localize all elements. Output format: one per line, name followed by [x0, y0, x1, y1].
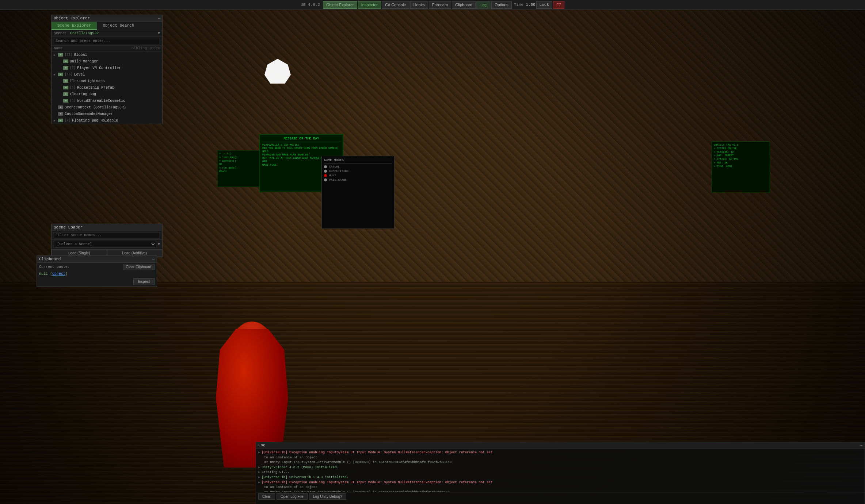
svg-marker-0	[264, 59, 291, 84]
log-btn[interactable]: Log	[476, 1, 491, 9]
tree-name-level: Level	[74, 73, 85, 77]
tree-arrow-floating-bug-holdable: ▶	[54, 119, 58, 122]
tree-count-level: [15]	[65, 73, 73, 76]
tree-item-scene-context[interactable]: ■ SceneContext (GorillaTagSJR)	[52, 104, 162, 111]
gem-shape	[263, 57, 292, 86]
time-value: 1.00	[526, 3, 535, 7]
tree-item-level[interactable]: ▶ ■ [15] Level	[52, 71, 162, 78]
tree-icon-iltrace: ■	[63, 79, 68, 83]
log-text-8: at Unity.Input.InputSystem.ActivateModul…	[264, 490, 450, 492]
mode-competitive: COMPETITION	[324, 169, 392, 173]
log-unity-debug-btn[interactable]: Log Unity Debug?	[309, 493, 346, 500]
tree-name-rocketship: RocketShip_Prefab	[77, 86, 114, 90]
screen-right-text: GORILLA TAG v2.1 > SYSTEM ONLINE > PLAYE…	[714, 143, 768, 169]
log-buttons: Clear Open Log File Log Unity Debug?	[256, 492, 865, 501]
log-bullet-5: ▶	[258, 475, 260, 480]
hooks-btn[interactable]: Hooks	[410, 1, 428, 9]
tree-count-world-shareable: [1]	[70, 99, 76, 103]
inspector-btn[interactable]: Inspector	[358, 1, 381, 9]
csharp-console-btn[interactable]: C# Console	[382, 1, 409, 9]
tree-item-floating-bug[interactable]: ■ Floating Bug	[52, 91, 162, 97]
tree-name-scene-context: SceneContext (GorillaTagSJR)	[65, 105, 126, 109]
tree-icon-floating-bug: ■	[63, 92, 68, 96]
log-entry-7: to an instance of an object	[258, 485, 862, 490]
log-bullet-6: ▶	[258, 480, 260, 485]
search-input[interactable]	[54, 38, 160, 44]
tree-item-floating-bug-holdable[interactable]: ▶ ■ [2] Floating Bug Holdable	[52, 117, 162, 124]
object-explorer-title: Object Explorer	[54, 16, 90, 20]
search-row	[52, 37, 162, 46]
mode-casual: CASUAL	[324, 165, 392, 168]
tree-item-world-shareable[interactable]: ■ [1] WorldShareableCosmetic	[52, 97, 162, 104]
tree-item-global[interactable]: ▶ ■ [21] Global	[52, 51, 162, 58]
clipboard-clear-btn[interactable]: Clear Clipboard	[123, 264, 155, 270]
log-bullet-0: ▶	[258, 450, 260, 455]
tree-icon-floating-bug-holdable: ■	[58, 119, 63, 122]
clipboard-paste-label: Current paste:	[39, 265, 121, 269]
object-explorer-panel: Object Explorer — Scene Explorer Object …	[51, 15, 163, 124]
log-clear-btn[interactable]: Clear	[258, 493, 275, 500]
clipboard-panel: Clipboard — Current paste: Clear Clipboa…	[37, 255, 157, 287]
tree-list: ▶ ■ [21] Global ■ Build Manager ■ [7] Pl…	[52, 51, 162, 124]
tree-count-floating-bug-holdable: [2]	[65, 119, 71, 122]
tree-name-iltrace: IltraceLightmaps	[70, 79, 105, 83]
log-text-2: at Unity.Input.InputSystem.ActivateModul…	[264, 460, 451, 465]
clipboard-inspect-btn[interactable]: Inspect	[133, 278, 155, 285]
tree-name-floating-bug-holdable: Floating Bug Holdable	[72, 119, 118, 123]
screen-game-modes-title: GAME MODES	[324, 158, 392, 163]
tree-header-sibling: Sibling Index	[132, 46, 160, 50]
freecam-btn[interactable]: Freecam	[429, 1, 451, 9]
log-text-1: to an instance of an object	[264, 455, 317, 460]
object-explorer-titlebar: Object Explorer —	[52, 15, 162, 22]
scene-label: Scene:	[54, 31, 70, 35]
tree-item-custom-game-modes[interactable]: ■ CustomGamemodesManager	[52, 111, 162, 117]
log-open-btn[interactable]: Open Log File	[277, 493, 308, 500]
tree-name-floating-bug: Floating Bug	[70, 92, 96, 96]
object-explorer-close-btn[interactable]: —	[158, 16, 160, 20]
mode-paintbrawl: PAINTBRAWL	[324, 178, 392, 181]
object-explorer-btn[interactable]: Object Explorer	[323, 1, 357, 9]
clipboard-paste-row: Current paste: Clear Clipboard	[37, 263, 157, 271]
tree-name-world-shareable: WorldShareableCosmetic	[77, 99, 125, 103]
clipboard-close-btn[interactable]: —	[152, 257, 155, 261]
clipboard-value: null (object)	[37, 271, 157, 277]
log-entry-4: ▶ Creating UI...	[258, 470, 862, 475]
scene-select[interactable]: [Select a scene]	[54, 241, 156, 248]
scene-filter-input[interactable]	[54, 232, 160, 238]
clipboard-title: Clipboard	[39, 257, 61, 261]
tree-icon-rocketship: ■	[63, 86, 68, 89]
screen-code-text: > init() > load_map() > connect() OK > r…	[219, 152, 263, 174]
log-text-7: to an instance of an object	[264, 485, 317, 490]
tree-icon-level: ■	[58, 73, 63, 76]
scene-loader-title: Scene Loader	[52, 224, 162, 231]
tree-icon-global: ■	[58, 53, 63, 57]
clipboard-object-link[interactable]: object	[52, 272, 65, 276]
scene-dropdown-btn[interactable]: ▼	[158, 31, 160, 35]
clipboard-btn[interactable]: Clipboard	[452, 1, 476, 9]
tree-item-iltrace[interactable]: ■ IltraceLightmaps	[52, 78, 162, 84]
log-titlebar: Log —	[256, 442, 865, 449]
tree-item-rocketship[interactable]: ■ [1] RocketShip_Prefab	[52, 84, 162, 91]
tree-item-build-manager[interactable]: ■ Build Manager	[52, 58, 162, 65]
tree-count-rocketship: [1]	[70, 86, 76, 89]
tree-item-player-vr[interactable]: ■ [7] Player VR Controller	[52, 65, 162, 71]
screen-right: GORILLA TAG v2.1 > SYSTEM ONLINE > PLAYE…	[712, 141, 770, 192]
tab-object-search[interactable]: Object Search	[97, 22, 140, 30]
tree-icon-custom-game-modes: ■	[58, 112, 63, 116]
object-explorer-tabs: Scene Explorer Object Search	[52, 22, 162, 30]
log-close-btn[interactable]: —	[860, 443, 862, 447]
scene-row: Scene: GorillaTagSJR ▼	[52, 30, 162, 37]
f7-btn[interactable]: F7	[553, 1, 564, 9]
tree-count-global: [21]	[65, 53, 73, 57]
screen-motd-title: MESSAGE OF THE DAY	[262, 137, 340, 142]
log-title: Log	[258, 443, 266, 447]
toolbar: UE 4.8.2 Object Explorer Inspector C# Co…	[0, 0, 865, 10]
lock-btn[interactable]: Lock	[536, 1, 552, 9]
tree-icon-world-shareable: ■	[63, 99, 68, 103]
tree-name-build-manager: Build Manager	[70, 59, 98, 64]
log-text-0: [UniverseLib] Exception enabling InputSy…	[262, 450, 492, 455]
tab-scene-explorer[interactable]: Scene Explorer	[52, 22, 97, 30]
scene-select-row: [Select a scene] ▼	[52, 240, 162, 249]
tree-count-player-vr: [7]	[70, 66, 76, 70]
options-btn[interactable]: Options	[491, 1, 512, 9]
